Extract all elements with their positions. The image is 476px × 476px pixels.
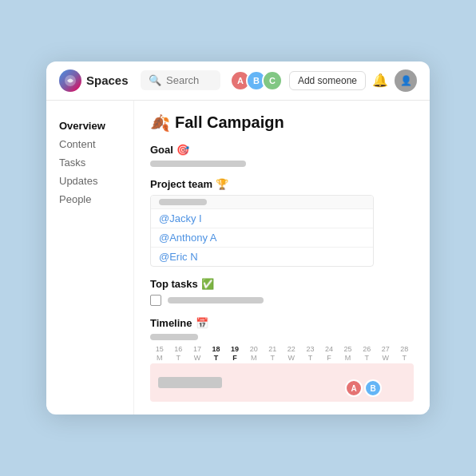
search-input[interactable]: [166, 74, 212, 86]
goal-label: Goal 🎯: [150, 144, 414, 156]
date-col: 27W: [376, 345, 395, 363]
app-logo-icon: [59, 69, 81, 92]
date-col: 22W: [282, 345, 301, 363]
search-icon: 🔍: [149, 74, 161, 86]
project-team-label: Project team 🏆: [150, 178, 414, 190]
team-table: @Jacky I @Anthony A @Eric N: [150, 195, 374, 267]
team-member-row[interactable]: @Anthony A: [151, 228, 373, 247]
team-member-row[interactable]: @Jacky I: [151, 208, 373, 228]
goal-bar: [150, 161, 246, 167]
timeline-section: Timeline 📅 15M 16T 17W 18T 19F 20M 21T 2…: [150, 317, 414, 403]
date-col: 24F: [319, 345, 339, 363]
timeline-avatar: B: [364, 379, 382, 397]
header-right: A B C Add someone 🔔 👤: [230, 69, 417, 92]
date-col: 18T: [207, 345, 226, 363]
top-tasks-section: Top tasks ✅: [150, 278, 414, 306]
timeline-avatars: A B: [345, 379, 382, 397]
sidebar-item-people[interactable]: People: [59, 190, 121, 208]
top-tasks-label: Top tasks ✅: [150, 278, 414, 290]
add-someone-button[interactable]: Add someone: [289, 71, 366, 90]
avatar-group: A B C: [230, 70, 283, 91]
sidebar-item-overview[interactable]: Overview: [59, 117, 121, 135]
search-bar[interactable]: 🔍: [141, 70, 220, 90]
date-col: 19F: [225, 345, 244, 363]
task-row: [150, 295, 414, 306]
task-checkbox[interactable]: [150, 295, 161, 306]
user-avatar[interactable]: 👤: [395, 69, 417, 92]
header: Spaces 🔍 A B C Add someone 🔔 👤: [46, 61, 430, 101]
page-title-emoji: 🍂: [150, 113, 170, 133]
team-header-bar: [159, 199, 207, 205]
date-col: 25M: [339, 345, 358, 363]
main-content: 🍂 Fall Campaign Goal 🎯 Project team 🏆: [134, 101, 430, 415]
sidebar-item-updates[interactable]: Updates: [59, 172, 121, 190]
date-col: 17W: [188, 345, 207, 363]
avatar: C: [262, 70, 283, 91]
bell-icon[interactable]: 🔔: [372, 73, 388, 88]
app-window: Spaces 🔍 A B C Add someone 🔔 👤 Overview …: [46, 61, 430, 415]
top-tasks-emoji: ✅: [201, 278, 214, 290]
timeline-label: Timeline 📅: [150, 317, 414, 329]
timeline-header-bar: [150, 334, 198, 340]
sidebar-item-tasks[interactable]: Tasks: [59, 153, 121, 172]
page-title: 🍂 Fall Campaign: [150, 113, 414, 133]
project-team-emoji: 🏆: [216, 178, 228, 190]
date-col: 26T: [357, 345, 376, 363]
sidebar-item-content[interactable]: Content: [59, 135, 121, 153]
logo-area: Spaces: [59, 69, 131, 92]
task-bar: [168, 297, 264, 303]
team-header-row: [151, 196, 373, 208]
date-col: 28T: [395, 345, 414, 363]
goal-section: Goal 🎯: [150, 144, 414, 167]
date-col: 21T: [263, 345, 282, 363]
sidebar: Overview Content Tasks Updates People: [46, 101, 134, 415]
timeline-dates: 15M 16T 17W 18T 19F 20M 21T 22W 23T 24F …: [150, 345, 414, 363]
body: Overview Content Tasks Updates People 🍂 …: [46, 101, 430, 415]
timeline-bar-area: A B: [150, 363, 414, 402]
date-col: 16T: [169, 345, 188, 363]
date-col: 20M: [244, 345, 264, 363]
goal-emoji: 🎯: [177, 144, 189, 156]
date-col: 23T: [301, 345, 320, 363]
timeline-avatar: A: [345, 379, 363, 397]
date-col: 15M: [150, 345, 169, 363]
project-team-section: Project team 🏆 @Jacky I @Anthony A @Eric…: [150, 178, 414, 267]
app-name: Spaces: [86, 73, 129, 87]
timeline-inner-bar: [158, 377, 222, 388]
timeline-emoji: 📅: [196, 317, 208, 329]
team-member-row[interactable]: @Eric N: [151, 247, 373, 266]
